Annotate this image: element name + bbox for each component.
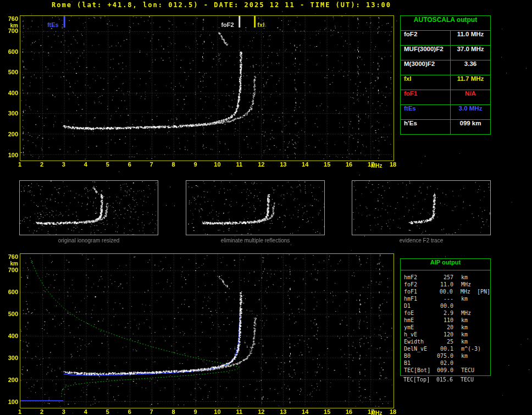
- autoscala-row: fxI11.7 MHz: [401, 75, 490, 90]
- aip-row-unit: MHz: [453, 310, 471, 317]
- autoscala-row-value: 11.7 MHz: [450, 75, 490, 90]
- aip-row-label: h_vE: [401, 331, 435, 339]
- autoscala-row: h'Es099 km: [401, 119, 490, 134]
- aip-row-unit: km: [453, 296, 468, 303]
- profile-ionogram-panel: [20, 253, 394, 408]
- aip-row-value: 00.1: [435, 346, 453, 353]
- aip-row-label: B1: [401, 360, 435, 367]
- aip-row: foF211.0MHz: [401, 281, 490, 289]
- aip-row: ymE20km: [401, 324, 490, 331]
- autoscala-row-label: h'Es: [401, 120, 450, 134]
- aip-row-unit: km: [453, 339, 468, 346]
- aip-row-value: 2.9: [435, 310, 453, 317]
- aip-row: Ewidth25km: [401, 339, 490, 346]
- aip-row-label: Ewidth: [401, 339, 435, 346]
- autoscala-row-value: 3.0 MHz: [450, 105, 490, 119]
- aip-row-value: 075.0: [435, 353, 453, 360]
- thumbnail-eliminate-canvas: [186, 181, 324, 235]
- aip-row-label: TEC[Bot]: [401, 367, 435, 374]
- autoscala-table-header: AUTOSCALA output: [401, 16, 490, 30]
- autoscala-row-value: 099 km: [450, 120, 490, 134]
- thumbnail-evidence-canvas: [352, 181, 490, 235]
- autoscala-row-label: M(3000)F2: [401, 60, 450, 75]
- aip-row-label: TEC[Top]: [400, 377, 434, 384]
- aip-row: hmF1---km: [401, 296, 490, 303]
- aip-row: DelN_vE00.1m^(-3): [401, 346, 490, 353]
- autoscala-row: ftEs3.0 MHz: [401, 104, 490, 119]
- aip-row-value: 009.0: [435, 367, 453, 374]
- main-ionogram-canvas: [20, 16, 392, 159]
- aip-row: D100.0: [401, 303, 490, 310]
- autoscala-row-value: 3.36: [450, 60, 490, 75]
- aip-row-value: 00.0: [434, 289, 453, 296]
- autoscala-row-value: 37.0 MHz: [450, 46, 490, 60]
- aip-output-table: AIP output hmF2257kmfoF211.0MHzfoF100.0M…: [400, 258, 491, 376]
- aip-row-value: ---: [435, 296, 453, 303]
- aip-row-unit: km: [453, 353, 468, 360]
- aip-row-label: DelN_vE: [401, 346, 435, 353]
- aip-table-header: AIP output: [401, 259, 490, 270]
- thumbnail-caption-original: original ionogram resized: [19, 237, 158, 244]
- thumbnail-eliminate-reflections: [186, 180, 325, 235]
- aip-row-unit: km: [453, 274, 468, 281]
- aip-row-label: hmF1: [401, 296, 435, 303]
- aip-row-label: foF2: [401, 281, 435, 289]
- autoscala-row-label: fxI: [401, 75, 450, 90]
- aip-row: hmF2257km: [401, 274, 490, 281]
- autoscala-row: MUF(3000)F237.0 MHz: [401, 45, 490, 60]
- aip-row-label: hmE: [401, 317, 435, 324]
- aip-row-unit: MHz: [453, 281, 471, 289]
- aip-rows: hmF2257kmfoF211.0MHzfoF100.0MHz [PN]hmF1…: [401, 274, 490, 374]
- autoscala-row-label: foF2: [401, 31, 450, 45]
- aip-row-label: foF1: [401, 289, 434, 296]
- aip-row-unit: [453, 360, 461, 367]
- aip-row-unit: MHz [PN]: [453, 289, 490, 296]
- aip-row-value: 257: [435, 274, 453, 281]
- autoscala-row: foF211.0 MHz: [401, 30, 490, 45]
- aip-row-unit: TECU: [453, 367, 474, 374]
- aip-row-unit: km: [453, 324, 468, 331]
- aip-row-value: 02.0: [435, 360, 453, 367]
- thumbnail-original-canvas: [20, 181, 158, 235]
- autoscala-row-value: N/A: [450, 90, 490, 104]
- thumbnail-caption-evidence: evidence F2 trace: [352, 237, 491, 244]
- aip-row-unit: m^(-3): [453, 346, 481, 353]
- autoscala-row: foF1N/A: [401, 90, 490, 104]
- aip-row: TEC[Top]015.6TECU: [400, 377, 490, 384]
- aip-row-label: B0: [401, 353, 435, 360]
- autoscala-row: M(3000)F23.36: [401, 60, 490, 75]
- main-ionogram-panel: [20, 15, 394, 161]
- aip-row-label: D1: [401, 303, 435, 310]
- autoscala-row-value: 11.0 MHz: [450, 31, 490, 45]
- aip-row-value: 00.0: [435, 303, 453, 310]
- aip-row-unit: TECU: [453, 377, 474, 384]
- thumbnail-evidence-f2: [352, 180, 491, 235]
- page-title: Rome (lat: +41.8, lon: 012.5) - DATE: 20…: [52, 1, 391, 9]
- thumbnail-original-ionogram: [19, 180, 158, 235]
- autoscala-output-table: AUTOSCALA output foF211.0 MHzMUF(3000)F2…: [400, 15, 491, 135]
- aip-row-unit: km: [453, 317, 468, 324]
- aip-row: foE2.9MHz: [401, 310, 490, 317]
- aip-row-value: 11.0: [435, 281, 453, 289]
- aip-row: foF100.0MHz [PN]: [401, 289, 490, 296]
- aip-row: hmE110km: [401, 317, 490, 324]
- autoscala-row-label: foF1: [401, 90, 450, 104]
- autoscala-row-label: MUF(3000)F2: [401, 46, 450, 60]
- profile-ionogram-canvas: [20, 254, 392, 407]
- aip-row-value: 015.6: [434, 377, 453, 384]
- aip-overflow-row: TEC[Top]015.6TECU: [400, 377, 490, 384]
- autoscala-row-label: ftEs: [401, 105, 450, 119]
- aip-row-value: 110: [435, 317, 453, 324]
- aip-row: B102.0: [401, 360, 490, 367]
- aip-row-unit: [453, 303, 461, 310]
- aip-row-label: foE: [401, 310, 435, 317]
- aip-row-label: hmF2: [401, 274, 435, 281]
- aip-row: h_vE120km: [401, 331, 490, 339]
- aip-row-label: ymE: [401, 324, 435, 331]
- aip-row-value: 120: [435, 331, 453, 339]
- aip-row: TEC[Bot]009.0TECU: [401, 367, 490, 374]
- aip-row: B0075.0km: [401, 353, 490, 360]
- aip-row-value: 25: [435, 339, 453, 346]
- thumbnail-caption-eliminate: eliminate multiple reflections: [186, 237, 325, 244]
- aip-row-value: 20: [435, 324, 453, 331]
